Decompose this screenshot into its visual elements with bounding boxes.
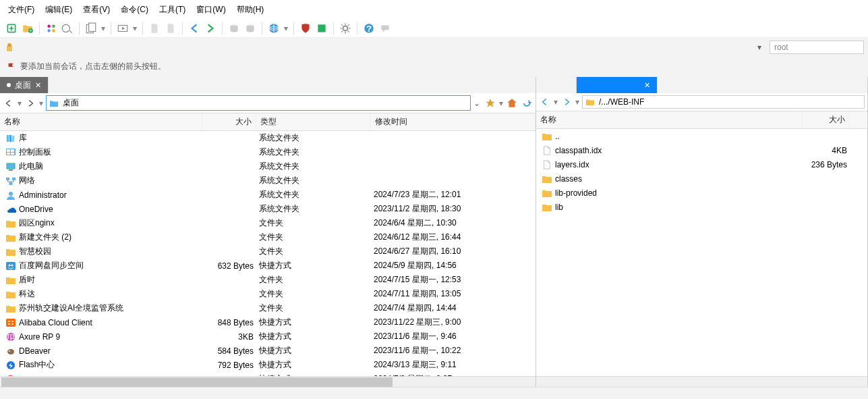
file-type: 快捷方式	[256, 331, 371, 342]
right-pane: ✕ ▾ ▾ /.../WEB-INF 名称 大小 ..classpath.idx…	[536, 77, 868, 387]
col-size[interactable]: 大小	[803, 111, 850, 128]
user-box[interactable]: root	[770, 41, 864, 54]
left-scrollbar[interactable]	[0, 376, 536, 387]
col-modified[interactable]: 修改时间	[371, 113, 536, 130]
file-date: 2023/11/22 星期三, 9:00	[371, 317, 536, 328]
svg-point-33	[11, 264, 13, 266]
right-tab-blank[interactable]	[536, 77, 577, 93]
right-scrollbar[interactable]	[536, 376, 867, 387]
left-tab-label: 桌面	[15, 80, 31, 91]
ublock-button[interactable]	[299, 22, 312, 34]
menu-view[interactable]: 查看(V)	[80, 3, 113, 17]
home-button[interactable]	[506, 97, 518, 109]
file-row[interactable]: 科达文件夹2024/7/11 星期四, 13:05	[0, 287, 536, 301]
file-name: Administrator	[19, 190, 67, 200]
menu-help[interactable]: 帮助(H)	[234, 3, 267, 17]
file-row[interactable]: DBeaver584 Bytes快捷方式2023/11/6 星期一, 10:22	[0, 344, 536, 358]
file-row[interactable]: Alibaba Cloud Client848 Bytes快捷方式2023/11…	[0, 315, 536, 329]
file-row[interactable]: layers.idx236 Bytes	[536, 157, 867, 171]
file-type: 文件夹	[256, 288, 371, 300]
file-button-1[interactable]	[148, 22, 161, 34]
file-date: 2023/11/6 星期一, 9:46	[371, 331, 536, 342]
adblock-button[interactable]	[316, 22, 328, 34]
menu-tools[interactable]: 工具(T)	[156, 3, 188, 17]
new-folder-button[interactable]	[22, 22, 34, 34]
file-row[interactable]: 此电脑系统文件夹	[0, 159, 536, 174]
forward-button[interactable]	[560, 96, 573, 108]
file-row[interactable]: Administrator系统文件夹2024/7/23 星期二, 12:01	[0, 188, 536, 202]
file-row[interactable]: lib	[536, 200, 867, 214]
file-row[interactable]: 智慧校园文件夹2024/6/27 星期四, 16:10	[0, 244, 536, 259]
nav-button-1[interactable]	[45, 22, 57, 34]
right-arrow-button[interactable]	[204, 22, 216, 34]
file-row[interactable]: 控制面板系统文件夹	[0, 145, 536, 159]
file-row[interactable]: 新建文件夹 (2)文件夹2024/6/12 星期三, 16:44	[0, 230, 536, 244]
svg-rect-34	[6, 319, 16, 327]
file-row[interactable]: rpAxure RP 93KB快捷方式2023/11/6 星期一, 9:46	[0, 329, 536, 344]
back-button[interactable]	[539, 96, 551, 108]
file-row[interactable]: 盾时文件夹2024/7/15 星期一, 12:53	[0, 273, 536, 287]
back-button[interactable]	[3, 97, 15, 109]
close-icon[interactable]: ✕	[644, 81, 650, 90]
left-tab-desktop[interactable]: 桌面 ✕	[0, 77, 49, 93]
file-type: 系统文件夹	[256, 132, 371, 144]
col-name[interactable]: 名称	[536, 111, 803, 128]
file-row[interactable]: 百度网盘同步空间632 Bytes快捷方式2024/5/9 星期四, 14:56	[0, 259, 536, 273]
path-dropdown[interactable]: ⌄	[473, 99, 482, 108]
help-button[interactable]: ?	[363, 22, 375, 34]
close-icon[interactable]: ✕	[35, 81, 41, 90]
address-input[interactable]	[19, 41, 753, 54]
file-row[interactable]: ..	[536, 129, 867, 143]
file-button-2[interactable]	[165, 22, 177, 34]
col-name[interactable]: 名称	[0, 113, 202, 130]
file-date: 2024/7/4 星期四, 14:44	[371, 302, 536, 314]
svg-rect-25	[7, 163, 15, 169]
clipboard-button[interactable]	[85, 22, 97, 34]
left-path-box[interactable]: 桌面	[46, 95, 471, 111]
menu-window[interactable]: 窗口(W)	[194, 3, 228, 17]
forward-button[interactable]	[24, 97, 36, 109]
file-row[interactable]: 库系统文件夹	[0, 131, 536, 145]
right-tab-active[interactable]: ✕	[577, 77, 658, 93]
nav-button-2[interactable]	[61, 22, 74, 34]
file-row[interactable]: classes	[536, 171, 867, 186]
file-size: 848 Bytes	[202, 318, 256, 327]
disk-button-1[interactable]	[228, 22, 240, 34]
col-type[interactable]: 类型	[256, 113, 371, 130]
menu-command[interactable]: 命令(C)	[118, 3, 151, 17]
menu-file[interactable]: 文件(F)	[5, 3, 37, 17]
file-size: 236 Bytes	[803, 160, 850, 169]
svg-rect-24	[11, 153, 14, 155]
settings-button[interactable]	[339, 22, 351, 34]
globe-button[interactable]	[268, 22, 280, 34]
new-button[interactable]	[5, 22, 18, 34]
favorite-button[interactable]	[484, 97, 496, 109]
file-type: 快捷方式	[256, 317, 371, 328]
left-arrow-button[interactable]	[188, 22, 200, 34]
left-file-list[interactable]: 库系统文件夹控制面板系统文件夹此电脑系统文件夹网络系统文件夹Administra…	[0, 131, 536, 376]
chat-button[interactable]	[379, 22, 391, 34]
file-row[interactable]: 网络系统文件夹	[0, 174, 536, 188]
file-name: 盾时	[19, 274, 35, 286]
video-button[interactable]	[117, 22, 129, 34]
right-path-box[interactable]: /.../WEB-INF	[582, 95, 865, 109]
file-date: 2024/7/23 星期二, 12:01	[371, 189, 536, 201]
file-type: 快捷方式	[256, 345, 371, 356]
menu-edit[interactable]: 编辑(E)	[42, 3, 75, 17]
right-file-list[interactable]: ..classpath.idx4KBlayers.idx236 Bytescla…	[536, 129, 867, 376]
disk-button-2[interactable]	[244, 22, 256, 34]
svg-rect-18	[9, 135, 11, 142]
svg-rect-21	[7, 149, 10, 152]
file-name: 新建文件夹 (2)	[19, 232, 71, 243]
file-row[interactable]: 苏州轨交建设AI全境监管系统文件夹2024/7/4 星期四, 14:44	[0, 301, 536, 315]
file-row[interactable]: classpath.idx4KB	[536, 143, 867, 157]
col-size[interactable]: 大小	[202, 113, 256, 130]
file-row[interactable]: lib-provided	[536, 186, 867, 200]
address-dropdown[interactable]: ▾	[757, 43, 765, 52]
file-row[interactable]: Flash中心792 Bytes快捷方式2024/3/13 星期三, 9:11	[0, 358, 536, 372]
file-row[interactable]: 园区nginx文件夹2024/6/4 星期二, 10:30	[0, 216, 536, 230]
file-row[interactable]: OneDrive系统文件夹2023/11/2 星期四, 18:30	[0, 202, 536, 216]
svg-point-38	[9, 350, 10, 352]
refresh-button[interactable]	[521, 97, 533, 109]
status-bar	[0, 387, 868, 399]
